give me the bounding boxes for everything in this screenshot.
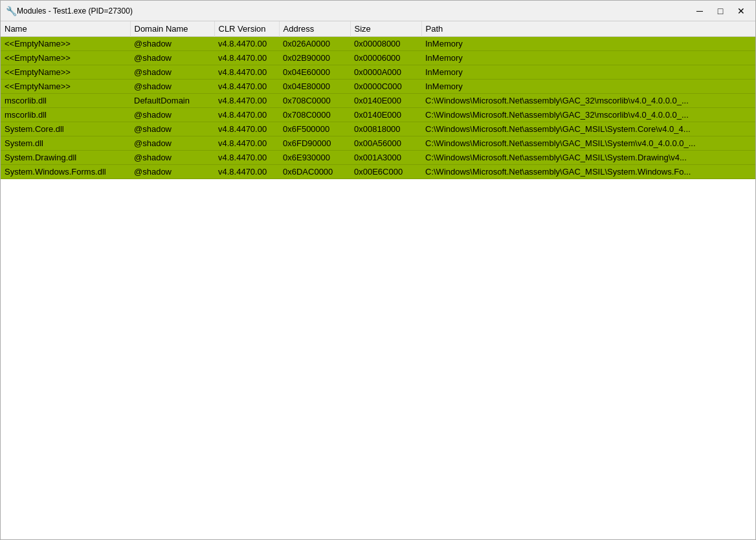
cell-clr: v4.8.4470.00 bbox=[214, 151, 279, 165]
cell-address: 0x6F500000 bbox=[279, 122, 350, 136]
cell-size: 0x00818000 bbox=[350, 122, 421, 136]
cell-domain: DefaultDomain bbox=[130, 94, 214, 108]
cell-size: 0x00A56000 bbox=[350, 136, 421, 151]
cell-name: <<EmptyName>> bbox=[1, 51, 130, 65]
title-bar: 🔧 Modules - Test1.exe (PID=27300) ─ □ ✕ bbox=[1, 1, 755, 21]
cell-domain: @shadow bbox=[130, 80, 214, 94]
cell-size: 0x0000A000 bbox=[350, 65, 421, 80]
cell-name: <<EmptyName>> bbox=[1, 65, 130, 80]
table-header-row: Name Domain Name CLR Version Address Siz… bbox=[1, 21, 755, 37]
window-title: Modules - Test1.exe (PID=27300) bbox=[17, 6, 691, 16]
cell-clr: v4.8.4470.00 bbox=[214, 51, 279, 65]
cell-domain: @shadow bbox=[130, 108, 214, 122]
cell-name: System.Windows.Forms.dll bbox=[1, 165, 130, 179]
table-row[interactable]: System.Windows.Forms.dll@shadowv4.8.4470… bbox=[1, 165, 755, 179]
cell-address: 0x6FD90000 bbox=[279, 136, 350, 151]
cell-name: System.dll bbox=[1, 136, 130, 151]
cell-address: 0x6DAC0000 bbox=[279, 165, 350, 179]
cell-address: 0x026A0000 bbox=[279, 37, 350, 51]
cell-path: InMemory bbox=[421, 65, 755, 80]
cell-size: 0x00E6C000 bbox=[350, 165, 421, 179]
column-header-address[interactable]: Address bbox=[279, 21, 350, 37]
cell-address: 0x04E80000 bbox=[279, 80, 350, 94]
column-header-clr[interactable]: CLR Version bbox=[214, 21, 279, 37]
cell-clr: v4.8.4470.00 bbox=[214, 122, 279, 136]
cell-clr: v4.8.4470.00 bbox=[214, 108, 279, 122]
cell-clr: v4.8.4470.00 bbox=[214, 94, 279, 108]
main-window: 🔧 Modules - Test1.exe (PID=27300) ─ □ ✕ … bbox=[0, 0, 756, 540]
cell-name: System.Core.dll bbox=[1, 122, 130, 136]
table-body: <<EmptyName>>@shadowv4.8.4470.000x026A00… bbox=[1, 37, 755, 179]
cell-size: 0x001A3000 bbox=[350, 151, 421, 165]
cell-path: InMemory bbox=[421, 37, 755, 51]
column-header-name[interactable]: Name bbox=[1, 21, 130, 37]
cell-name: System.Drawing.dll bbox=[1, 151, 130, 165]
cell-clr: v4.8.4470.00 bbox=[214, 37, 279, 51]
column-header-path[interactable]: Path bbox=[421, 21, 755, 37]
maximize-button[interactable]: □ bbox=[711, 5, 729, 17]
table-container[interactable]: Name Domain Name CLR Version Address Siz… bbox=[1, 21, 755, 539]
window-controls: ─ □ ✕ bbox=[691, 5, 750, 17]
modules-table: Name Domain Name CLR Version Address Siz… bbox=[1, 21, 755, 179]
cell-domain: @shadow bbox=[130, 136, 214, 151]
cell-name: mscorlib.dll bbox=[1, 108, 130, 122]
cell-clr: v4.8.4470.00 bbox=[214, 165, 279, 179]
cell-clr: v4.8.4470.00 bbox=[214, 136, 279, 151]
table-row[interactable]: mscorlib.dllDefaultDomainv4.8.4470.000x7… bbox=[1, 94, 755, 108]
cell-path: C:\Windows\Microsoft.Net\assembly\GAC_32… bbox=[421, 94, 755, 108]
cell-address: 0x6E930000 bbox=[279, 151, 350, 165]
cell-size: 0x0000C000 bbox=[350, 80, 421, 94]
cell-size: 0x00008000 bbox=[350, 37, 421, 51]
cell-address: 0x02B90000 bbox=[279, 51, 350, 65]
cell-domain: @shadow bbox=[130, 122, 214, 136]
cell-address: 0x708C0000 bbox=[279, 108, 350, 122]
table-row[interactable]: <<EmptyName>>@shadowv4.8.4470.000x04E800… bbox=[1, 80, 755, 94]
table-row[interactable]: <<EmptyName>>@shadowv4.8.4470.000x026A00… bbox=[1, 37, 755, 51]
cell-path: InMemory bbox=[421, 80, 755, 94]
cell-domain: @shadow bbox=[130, 151, 214, 165]
close-button[interactable]: ✕ bbox=[732, 5, 750, 17]
cell-address: 0x708C0000 bbox=[279, 94, 350, 108]
cell-path: C:\Windows\Microsoft.Net\assembly\GAC_MS… bbox=[421, 136, 755, 151]
table-row[interactable]: <<EmptyName>>@shadowv4.8.4470.000x04E600… bbox=[1, 65, 755, 80]
cell-clr: v4.8.4470.00 bbox=[214, 65, 279, 80]
column-header-size[interactable]: Size bbox=[350, 21, 421, 37]
cell-address: 0x04E60000 bbox=[279, 65, 350, 80]
cell-path: InMemory bbox=[421, 51, 755, 65]
cell-size: 0x00006000 bbox=[350, 51, 421, 65]
cell-clr: v4.8.4470.00 bbox=[214, 80, 279, 94]
table-row[interactable]: mscorlib.dll@shadowv4.8.4470.000x708C000… bbox=[1, 108, 755, 122]
cell-name: <<EmptyName>> bbox=[1, 80, 130, 94]
cell-domain: @shadow bbox=[130, 37, 214, 51]
cell-name: <<EmptyName>> bbox=[1, 37, 130, 51]
cell-domain: @shadow bbox=[130, 165, 214, 179]
minimize-button[interactable]: ─ bbox=[691, 5, 709, 17]
cell-path: C:\Windows\Microsoft.Net\assembly\GAC_MS… bbox=[421, 122, 755, 136]
cell-path: C:\Windows\Microsoft.Net\assembly\GAC_MS… bbox=[421, 151, 755, 165]
cell-path: C:\Windows\Microsoft.Net\assembly\GAC_MS… bbox=[421, 165, 755, 179]
table-row[interactable]: System.Drawing.dll@shadowv4.8.4470.000x6… bbox=[1, 151, 755, 165]
cell-domain: @shadow bbox=[130, 51, 214, 65]
cell-size: 0x0140E000 bbox=[350, 108, 421, 122]
table-row[interactable]: <<EmptyName>>@shadowv4.8.4470.000x02B900… bbox=[1, 51, 755, 65]
cell-size: 0x0140E000 bbox=[350, 94, 421, 108]
cell-path: C:\Windows\Microsoft.Net\assembly\GAC_32… bbox=[421, 108, 755, 122]
app-icon: 🔧 bbox=[6, 6, 17, 16]
table-row[interactable]: System.dll@shadowv4.8.4470.000x6FD900000… bbox=[1, 136, 755, 151]
cell-domain: @shadow bbox=[130, 65, 214, 80]
table-row[interactable]: System.Core.dll@shadowv4.8.4470.000x6F50… bbox=[1, 122, 755, 136]
cell-name: mscorlib.dll bbox=[1, 94, 130, 108]
column-header-domain[interactable]: Domain Name bbox=[130, 21, 214, 37]
